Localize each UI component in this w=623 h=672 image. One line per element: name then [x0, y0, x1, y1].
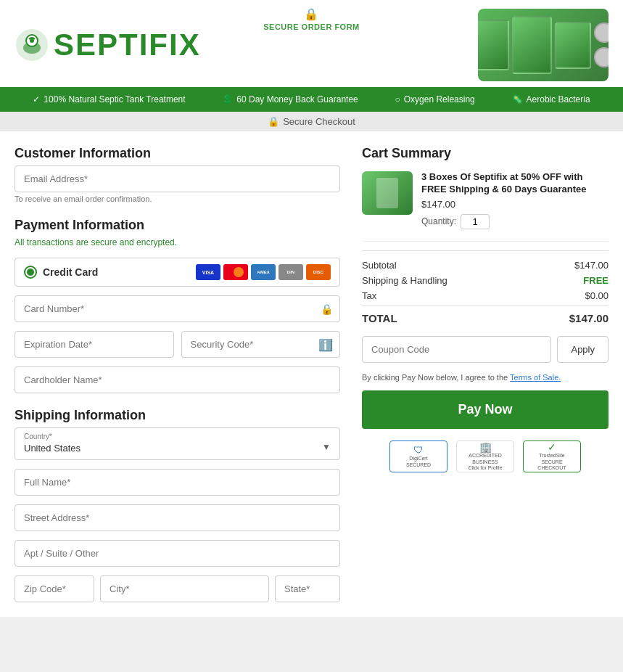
state-input[interactable] — [275, 575, 340, 602]
pay-now-button[interactable]: Pay Now — [362, 390, 608, 429]
cart-qty-row: Quantity: — [421, 214, 608, 229]
bacteria-label: Aerobic Bacteria — [527, 94, 590, 105]
customer-info-title: Customer Information — [15, 146, 340, 161]
secure-checkout-lock-icon: 🔒 — [268, 116, 279, 127]
visa-icon: VISA — [196, 264, 220, 280]
shipping-label: Shipping & Handling — [362, 275, 447, 286]
payment-info-subtitle: All transactions are secure and encrypte… — [15, 237, 340, 247]
payment-info-section: Payment Information All transactions are… — [15, 218, 340, 393]
amex-icon: AMEX — [251, 264, 276, 280]
subtotal-label: Subtotal — [362, 260, 397, 271]
tax-row: Tax $0.00 — [362, 290, 608, 301]
country-select-wrapper: Country* United States ▼ — [15, 427, 340, 460]
terms-link[interactable]: Terms of Sale. — [510, 373, 561, 382]
full-name-input[interactable] — [15, 469, 340, 496]
grand-total-label: TOTAL — [362, 312, 397, 324]
apt-suite-input[interactable] — [15, 540, 340, 567]
digicert-text: DigiCertSECURED — [406, 456, 431, 468]
country-group: Country* United States ▼ — [15, 427, 340, 460]
cart-divider — [362, 241, 608, 242]
cardholder-name-input[interactable] — [15, 366, 340, 393]
secure-checkout-label: Secure Checkout — [283, 116, 355, 127]
expiration-input[interactable] — [15, 331, 174, 358]
zip-code-input[interactable] — [15, 575, 94, 602]
terms-text: By clicking Pay Now below, I agree to th… — [362, 373, 608, 382]
trustedsite-badge: ✓ TrustedSiteSECURE CHECKOUT — [523, 441, 581, 472]
feature-natural: ✓ 100% Natural Septic Tank Treatment — [33, 94, 185, 105]
header: SEPTIFIX 🔒 SECURE ORDER FORM — [0, 0, 623, 87]
credit-card-row[interactable]: Credit Card VISA AMEX DIN DISC — [15, 258, 340, 287]
guarantee-label: 60 Day Money Back Guarantee — [236, 94, 358, 105]
main-content: Customer Information To receive an email… — [0, 131, 623, 617]
shipping-info-title: Shipping Information — [15, 408, 340, 423]
digicert-badge: 🛡 DigiCertSECURED — [389, 441, 447, 472]
zip-city-state-row — [15, 575, 340, 602]
left-column: Customer Information To receive an email… — [15, 146, 340, 602]
card-number-wrapper: 🔒 — [15, 295, 340, 322]
coupon-input[interactable] — [362, 336, 551, 363]
card-lock-icon: 🔒 — [321, 303, 333, 315]
email-input[interactable] — [15, 165, 340, 192]
quantity-label: Quantity: — [421, 216, 456, 226]
digicert-icon: 🛡 — [413, 444, 424, 456]
product-box-2 — [512, 16, 552, 74]
lock-icon: 🔒 — [304, 7, 319, 21]
shipping-row: Shipping & Handling FREE — [362, 275, 608, 286]
product-image — [478, 9, 608, 81]
city-input[interactable] — [100, 575, 269, 602]
feature-oxygen: ○ Oxygen Releasing — [395, 94, 474, 105]
logo-text: SEPTIFIX — [54, 28, 201, 62]
secure-order-form: 🔒 SECURE ORDER FORM — [263, 7, 360, 31]
cart-item-name: 3 Boxes Of Septifix at 50% OFF with FREE… — [421, 171, 608, 196]
card-number-input[interactable] — [15, 295, 340, 322]
cart-mini-box — [376, 178, 398, 208]
grand-total-value: $147.00 — [569, 312, 608, 324]
product-box-3 — [555, 22, 591, 69]
full-name-group — [15, 469, 340, 496]
cart-summary-title: Cart Summary — [362, 146, 608, 161]
product-box-1 — [478, 20, 509, 70]
trustedsite-icon: ✓ — [548, 441, 556, 453]
radio-inner — [27, 269, 34, 276]
mastercard-icon — [223, 264, 248, 280]
email-hint: To receive an email order confirmation. — [15, 194, 340, 203]
trust-badges: 🛡 DigiCertSECURED 🏢 ACCREDITEDBUSINESSCl… — [362, 441, 608, 472]
tax-label: Tax — [362, 290, 376, 301]
cardholder-name-group — [15, 366, 340, 393]
customer-info-section: Customer Information To receive an email… — [15, 146, 340, 203]
order-totals: Subtotal $147.00 Shipping & Handling FRE… — [362, 250, 608, 324]
bbb-badge: 🏢 ACCREDITEDBUSINESSClick for Profile — [456, 441, 514, 472]
credit-card-radio[interactable] — [24, 266, 37, 279]
quantity-input[interactable] — [461, 214, 490, 229]
country-label: Country* — [15, 428, 339, 442]
security-code-input[interactable] — [181, 331, 341, 358]
security-code-wrapper: ℹ️ — [181, 331, 341, 358]
svg-point-3 — [30, 38, 34, 43]
product-tablet-2 — [594, 47, 609, 67]
product-tablet-1 — [594, 22, 609, 43]
bbb-icon: 🏢 — [479, 441, 492, 453]
cart-item-details: 3 Boxes Of Septifix at 50% OFF with FREE… — [421, 171, 608, 229]
tax-value: $0.00 — [585, 290, 608, 301]
expiration-group — [15, 331, 174, 358]
email-form-group: To receive an email order confirmation. — [15, 165, 340, 203]
logo-icon — [15, 28, 49, 62]
grand-total-row: TOTAL $147.00 — [362, 306, 608, 324]
expiry-security-row: ℹ️ — [15, 331, 340, 358]
street-address-input[interactable] — [15, 504, 340, 531]
credit-card-label: Credit Card — [43, 266, 98, 278]
right-column: Cart Summary 3 Boxes Of Septifix at 50% … — [362, 146, 608, 602]
cart-item-image — [362, 171, 413, 215]
natural-label: 100% Natural Septic Tank Treatment — [44, 94, 185, 105]
secure-checkout-bar: 🔒 Secure Checkout — [0, 112, 623, 131]
info-icon: ℹ️ — [318, 337, 333, 351]
country-select[interactable]: United States — [15, 443, 339, 459]
apt-suite-group — [15, 540, 340, 567]
page-wrapper: SEPTIFIX 🔒 SECURE ORDER FORM ✓ 100% Natu… — [0, 0, 623, 617]
logo-area: SEPTIFIX — [15, 28, 201, 62]
guarantee-icon: 💲 — [222, 94, 233, 105]
bbb-text: ACCREDITEDBUSINESSClick for Profile — [468, 453, 502, 471]
features-bar: ✓ 100% Natural Septic Tank Treatment 💲 6… — [0, 87, 623, 112]
apply-button[interactable]: Apply — [557, 336, 608, 363]
cart-item-price: $147.00 — [421, 199, 608, 210]
